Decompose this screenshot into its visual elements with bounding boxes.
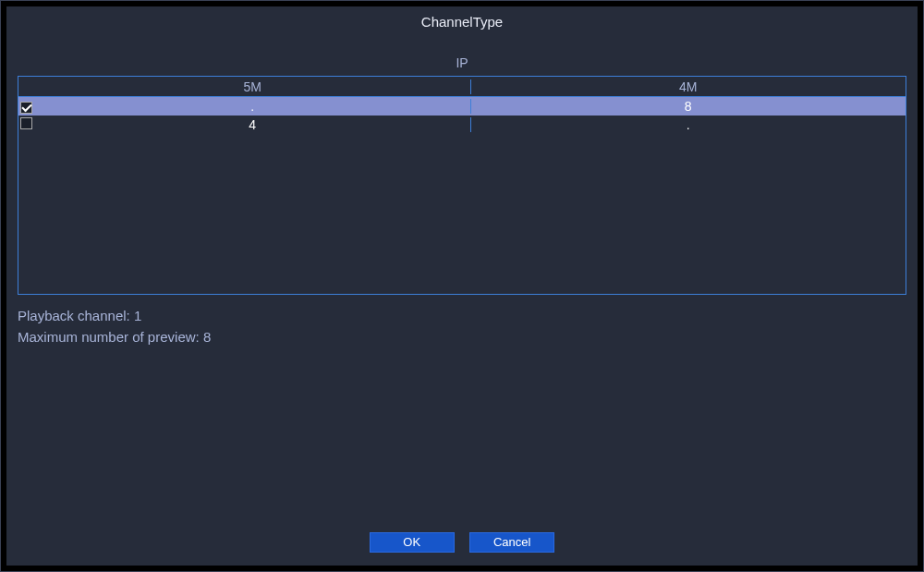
row-checkbox[interactable] (20, 117, 32, 129)
cell-5m: 4 (35, 117, 471, 132)
table-row[interactable]: . 8 (18, 97, 906, 116)
channel-type-dialog: ChannelType IP 5M 4M . 8 4 . (0, 0, 924, 572)
dialog-buttons: OK Cancel (6, 532, 918, 553)
col-header-4m: 4M (471, 79, 906, 94)
channel-table: 5M 4M . 8 4 . (18, 76, 906, 295)
row-checkbox-cell (18, 117, 35, 132)
max-preview-label: Maximum number of preview: 8 (18, 329, 906, 345)
row-checkbox-cell (18, 99, 35, 115)
col-header-5m: 5M (35, 79, 471, 94)
table-header: 5M 4M (18, 77, 906, 97)
row-checkbox[interactable] (20, 102, 32, 114)
ok-button[interactable]: OK (370, 532, 455, 553)
playback-channel-label: Playback channel: 1 (18, 308, 906, 323)
ip-column-group-label: IP (18, 55, 906, 70)
cell-4m: . (471, 117, 906, 132)
dialog-content: ChannelType IP 5M 4M . 8 4 . (6, 6, 918, 566)
cell-4m: 8 (471, 99, 906, 114)
dialog-title: ChannelType (18, 14, 906, 30)
cell-5m: . (35, 99, 471, 114)
table-row[interactable]: 4 . (18, 116, 906, 134)
cancel-button[interactable]: Cancel (469, 532, 554, 553)
